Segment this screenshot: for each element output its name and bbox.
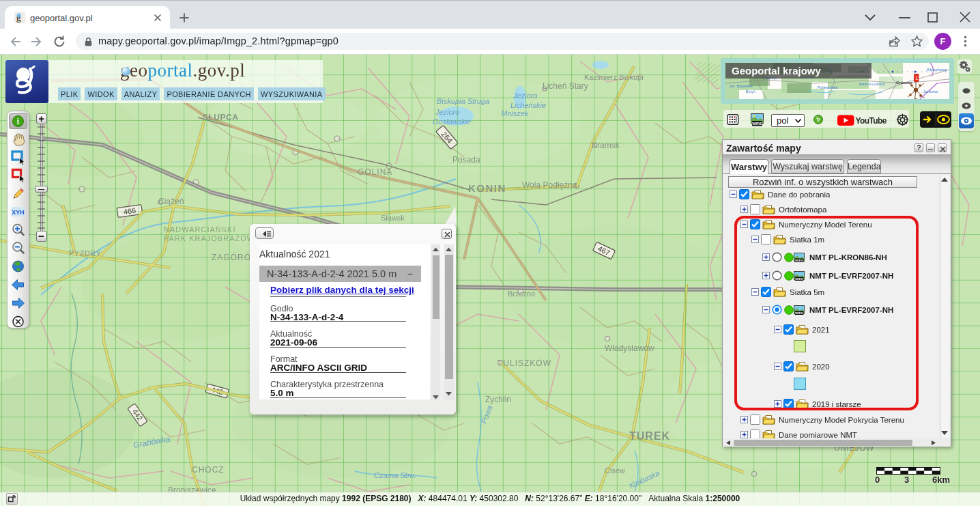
- svg-text:GOLINA: GOLINA: [358, 167, 392, 177]
- svg-text:Jezioro Lednica: Jezioro Lednica: [859, 82, 885, 86]
- svg-text:Jezioro: Jezioro: [435, 108, 459, 116]
- svg-text:1: 1: [915, 75, 919, 81]
- svg-text:Mniszek: Mniszek: [501, 109, 529, 117]
- svg-text:XYH: XYH: [12, 209, 25, 216]
- svg-text:Jez. Bytyńskie: Jez. Bytyńskie: [729, 84, 753, 88]
- svg-text:TULISZKÓW: TULISZKÓW: [498, 358, 551, 368]
- svg-text:Zychlin: Zychlin: [485, 395, 511, 404]
- svg-text:Brzeźno: Brzeźno: [508, 290, 535, 298]
- svg-text:SŁUPCA: SŁUPCA: [203, 113, 238, 122]
- svg-text:Kramsk: Kramsk: [592, 141, 620, 150]
- svg-text:KONIN: KONIN: [468, 182, 506, 194]
- svg-text:Geoportal krajowy: Geoportal krajowy: [732, 65, 822, 76]
- svg-text:Gosławskie: Gosławskie: [433, 117, 471, 126]
- svg-text:Kazimierz Biskupi: Kazimierz Biskupi: [584, 73, 644, 81]
- svg-text:Sławsk: Sławsk: [381, 214, 405, 222]
- svg-text:Władysławów: Władysławów: [605, 343, 654, 353]
- svg-text:Jankowo: Jankowo: [923, 89, 938, 94]
- svg-text:Ciążeń: Ciążeń: [158, 197, 184, 206]
- svg-text:CHOCZ: CHOCZ: [192, 465, 225, 475]
- svg-text:Pobiedziska: Pobiedziska: [818, 85, 839, 89]
- svg-text:YouTube: YouTube: [856, 116, 887, 126]
- svg-text:Wola Podłężna: Wola Podłężna: [522, 180, 577, 190]
- svg-text:Czarna Stru.: Czarna Stru.: [374, 471, 416, 479]
- svg-text:?: ?: [816, 116, 820, 124]
- svg-text:Bytyń: Bytyń: [746, 89, 755, 94]
- svg-text:Biskupia Struga: Biskupia Struga: [437, 97, 489, 105]
- svg-text:Licheń Stary: Licheń Stary: [543, 81, 588, 91]
- svg-text:TUREK: TUREK: [629, 430, 670, 442]
- svg-text:Jezioro: Jezioro: [513, 92, 537, 100]
- svg-text:NADWARCIAŃSKI: NADWARCIAŃSKI: [164, 225, 236, 234]
- svg-text:Zdziechowa: Zdziechowa: [927, 68, 947, 72]
- svg-text:wms: wms: [751, 121, 762, 126]
- svg-text:PYZDRY: PYZDRY: [69, 249, 102, 257]
- svg-text:Licheńskie: Licheńskie: [510, 101, 546, 109]
- svg-text:PARK KRAJOBRAZOWY: PARK KRAJOBRAZOWY: [164, 234, 260, 242]
- svg-text:Cisew: Cisew: [605, 466, 625, 475]
- svg-text:Posada: Posada: [452, 155, 480, 165]
